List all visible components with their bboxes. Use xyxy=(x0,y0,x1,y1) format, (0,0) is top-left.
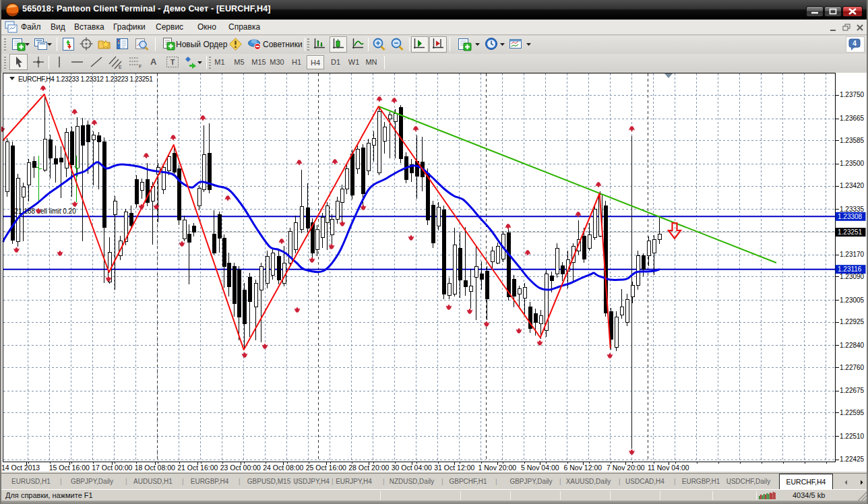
svg-text:#21 188 sell limit 0.20: #21 188 sell limit 0.20 xyxy=(11,208,76,215)
svg-text:21 Oct 16:00: 21 Oct 16:00 xyxy=(177,464,218,472)
svg-text:1.22675: 1.22675 xyxy=(840,387,865,394)
svg-text:1.22595: 1.22595 xyxy=(840,409,865,416)
svg-text:15 Oct 16:00: 15 Oct 16:00 xyxy=(49,464,90,472)
svg-text:1.23251: 1.23251 xyxy=(838,228,863,236)
svg-text:31 Oct 12:00: 31 Oct 12:00 xyxy=(434,464,474,472)
svg-text:1.23500: 1.23500 xyxy=(840,160,865,167)
svg-text:1.22925: 1.22925 xyxy=(840,318,865,325)
svg-text:1.23005: 1.23005 xyxy=(840,296,865,304)
svg-text:11 Nov 04:00: 11 Nov 04:00 xyxy=(648,464,689,472)
svg-text:1.23665: 1.23665 xyxy=(840,115,865,122)
svg-text:1.23750: 1.23750 xyxy=(840,91,865,98)
svg-text:17 Oct 00:00: 17 Oct 00:00 xyxy=(92,464,132,472)
svg-text:EURCHF,H4 1.23233 1.23312 1.2: EURCHF,H4 1.23233 1.23312 1.23223 1.2325… xyxy=(18,75,153,83)
svg-text:23 Oct 00:00: 23 Oct 00:00 xyxy=(220,464,261,472)
svg-text:1 Nov 20:00: 1 Nov 20:00 xyxy=(478,464,516,472)
svg-text:14 Oct 2013: 14 Oct 2013 xyxy=(1,464,40,472)
svg-text:1.22840: 1.22840 xyxy=(840,342,865,349)
svg-text:30 Oct 04:00: 30 Oct 04:00 xyxy=(392,464,432,472)
svg-text:E: E xyxy=(119,65,122,69)
svg-text:6 Nov 12:00: 6 Nov 12:00 xyxy=(563,464,602,472)
svg-text:1.23116: 1.23116 xyxy=(838,265,862,273)
svg-text:4: 4 xyxy=(852,40,857,47)
svg-text:18 Oct 08:00: 18 Oct 08:00 xyxy=(135,464,175,472)
svg-text:7 Nov 20:00: 7 Nov 20:00 xyxy=(607,464,645,472)
svg-text:1.23090: 1.23090 xyxy=(840,273,865,280)
svg-text:1.23585: 1.23585 xyxy=(840,137,865,144)
svg-text:F: F xyxy=(139,64,142,69)
svg-text:24 Oct 08:00: 24 Oct 08:00 xyxy=(263,464,303,472)
svg-text:1.22760: 1.22760 xyxy=(840,364,865,371)
svg-text:1.23420: 1.23420 xyxy=(840,182,865,189)
svg-text:28 Oct 20:00: 28 Oct 20:00 xyxy=(348,464,389,472)
svg-text:25 Oct 16:00: 25 Oct 16:00 xyxy=(306,464,346,472)
svg-text:1.22425: 1.22425 xyxy=(840,455,865,463)
svg-text:T: T xyxy=(170,58,175,66)
svg-text:1.23170: 1.23170 xyxy=(840,251,865,258)
svg-text:1.23308: 1.23308 xyxy=(838,213,863,220)
svg-text:5 Nov 04:00: 5 Nov 04:00 xyxy=(521,464,559,472)
svg-text:1.23335: 1.23335 xyxy=(840,206,865,213)
svg-text:1.22510: 1.22510 xyxy=(840,433,865,440)
